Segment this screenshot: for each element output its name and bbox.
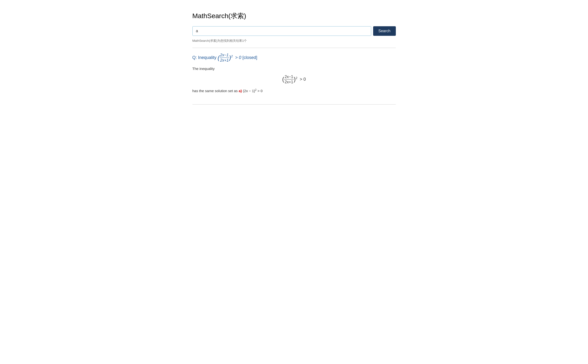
search-row: Search: [192, 26, 396, 36]
result-title-link[interactable]: Q: Inequality ( 2x−1 2x+1 )2 > 0 [closed…: [192, 53, 257, 63]
result-description: The inequality: [192, 67, 396, 71]
bottom-divider: [192, 104, 396, 104]
math-display: ( 2x−1 2x+1 )2 > 0: [192, 74, 396, 84]
page-container: MathSearch(求索) Search MathSearch(求索)为您找到…: [187, 0, 402, 116]
result-item: Q: Inequality ( 2x−1 2x+1 )2 > 0 [closed…: [192, 53, 396, 102]
top-divider: [192, 48, 396, 48]
result-title-math: ( 2x−1 2x+1 )2 > 0: [218, 55, 242, 60]
page-title: MathSearch(求索): [192, 12, 396, 20]
highlight-a: a): [239, 89, 242, 93]
search-button[interactable]: Search: [373, 26, 396, 36]
result-snippet: has the same solution set as a) (2x − 1)…: [192, 88, 396, 93]
results-summary: MathSearch(求索)为您找到相关结果1个: [192, 39, 396, 43]
search-input[interactable]: [192, 26, 371, 36]
